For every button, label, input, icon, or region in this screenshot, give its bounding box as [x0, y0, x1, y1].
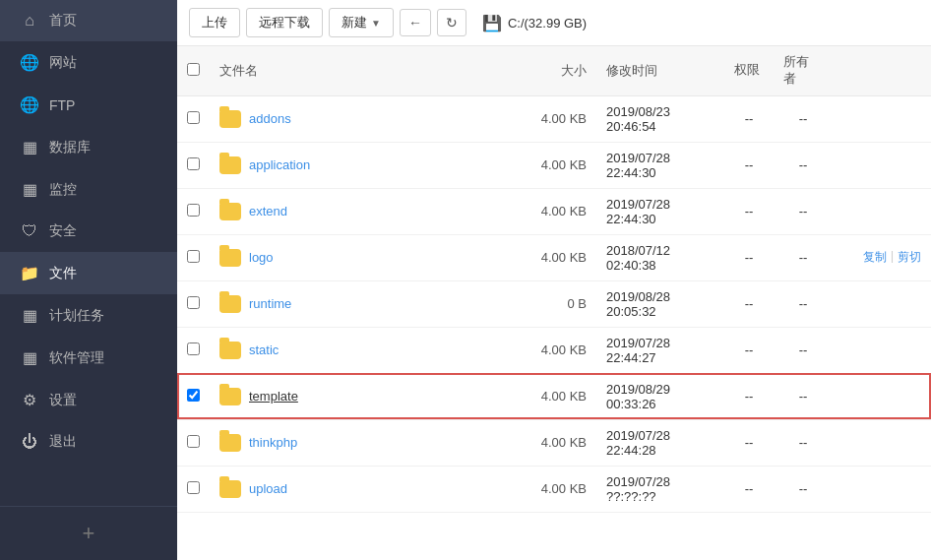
- folder-icon: [219, 342, 241, 359]
- add-button[interactable]: +: [0, 506, 177, 560]
- row-checkbox[interactable]: [187, 204, 200, 217]
- home-icon: ⌂: [20, 12, 39, 30]
- sidebar-item-label: FTP: [49, 97, 75, 113]
- sidebar-item-label: 退出: [49, 433, 77, 451]
- file-table-body: addons4.00 KB2019/08/23 20:46:54----appl…: [177, 95, 931, 512]
- file-size: 4.00 KB: [518, 234, 596, 280]
- new-button[interactable]: 新建 ▼: [329, 8, 394, 37]
- logout-icon: ⏻: [20, 433, 39, 451]
- main-content: 上传 远程下载 新建 ▼ ← ↻ 💾 C:/(32.99 GB) 文件名 大小 …: [177, 0, 931, 560]
- file-actions: [833, 280, 931, 327]
- file-name[interactable]: template: [249, 389, 298, 404]
- sidebar-item-security[interactable]: 🛡 安全: [0, 211, 177, 252]
- upload-button[interactable]: 上传: [189, 8, 240, 37]
- header-modified: 修改时间: [596, 46, 724, 95]
- refresh-button[interactable]: ↻: [437, 9, 466, 36]
- file-name[interactable]: upload: [249, 481, 287, 496]
- file-modified: 2019/08/29 00:33:26: [596, 373, 724, 419]
- database-icon: ▦: [20, 138, 39, 156]
- file-name[interactable]: addons: [249, 111, 291, 126]
- globe-icon: 🌐: [20, 53, 39, 72]
- file-name[interactable]: runtime: [249, 296, 291, 311]
- sidebar-item-database[interactable]: ▦ 数据库: [0, 126, 177, 168]
- sidebar-item-settings[interactable]: ⚙ 设置: [0, 379, 177, 421]
- file-name[interactable]: extend: [249, 204, 287, 218]
- file-owner: --: [774, 373, 833, 419]
- row-checkbox[interactable]: [187, 435, 200, 448]
- action-link-剪切[interactable]: 剪切: [898, 249, 921, 266]
- toolbar: 上传 远程下载 新建 ▼ ← ↻ 💾 C:/(32.99 GB): [177, 0, 931, 46]
- sidebar-item-website[interactable]: 🌐 网站: [0, 41, 177, 84]
- table-header-row: 文件名 大小 修改时间 权限 所有者: [177, 46, 931, 95]
- file-actions: [833, 95, 931, 142]
- file-modified: 2019/07/28 22:44:30: [596, 142, 724, 188]
- action-link-复制[interactable]: 复制: [863, 249, 887, 266]
- folder-icon-nav: 📁: [20, 264, 39, 282]
- file-name[interactable]: static: [249, 342, 279, 357]
- file-permissions: --: [724, 95, 774, 142]
- file-modified: 2019/07/28 22:44:30: [596, 188, 724, 234]
- row-checkbox[interactable]: [187, 157, 200, 170]
- software-icon: ▦: [20, 348, 39, 367]
- file-name[interactable]: application: [249, 157, 310, 172]
- sidebar-item-monitor[interactable]: ▦ 监控: [0, 168, 177, 211]
- table-row: logo4.00 KB2018/07/12 02:40:38----复制|剪切: [177, 234, 931, 280]
- header-checkbox-col: [177, 46, 210, 95]
- file-permissions: --: [724, 327, 774, 373]
- table-row: upload4.00 KB2019/07/28 ??:??:??----: [177, 466, 931, 512]
- file-actions: [833, 419, 931, 466]
- sidebar-item-cron[interactable]: ▦ 计划任务: [0, 294, 177, 337]
- file-owner: --: [774, 419, 833, 466]
- drive-info: 💾 C:/(32.99 GB): [482, 14, 587, 32]
- sidebar-item-label: 计划任务: [49, 307, 104, 325]
- file-permissions: --: [724, 419, 774, 466]
- row-checkbox[interactable]: [187, 250, 200, 263]
- file-actions: [833, 142, 931, 188]
- sidebar-item-label: 安全: [49, 222, 77, 240]
- remote-download-button[interactable]: 远程下载: [246, 8, 323, 37]
- row-checkbox[interactable]: [187, 296, 200, 309]
- select-all-checkbox[interactable]: [187, 63, 200, 76]
- file-modified: 2019/08/28 20:05:32: [596, 280, 724, 327]
- row-checkbox[interactable]: [187, 389, 200, 402]
- row-checkbox[interactable]: [187, 342, 200, 355]
- file-actions: [833, 373, 931, 419]
- sidebar-item-home[interactable]: ⌂ 首页: [0, 0, 177, 41]
- file-permissions: --: [724, 280, 774, 327]
- file-permissions: --: [724, 466, 774, 512]
- table-row: application4.00 KB2019/07/28 22:44:30---…: [177, 142, 931, 188]
- row-checkbox[interactable]: [187, 481, 200, 494]
- file-modified: 2019/08/23 20:46:54: [596, 95, 724, 142]
- file-actions: [833, 466, 931, 512]
- ftp-icon: 🌐: [20, 95, 39, 114]
- row-checkbox[interactable]: [187, 111, 200, 124]
- sidebar-item-label: 监控: [49, 181, 77, 199]
- table-row: thinkphp4.00 KB2019/07/28 22:44:28----: [177, 419, 931, 466]
- file-name[interactable]: thinkphp: [249, 435, 297, 450]
- drive-icon: 💾: [482, 14, 502, 32]
- sidebar: ⌂ 首页 🌐 网站 🌐 FTP ▦ 数据库 ▦ 监控 🛡 安全 📁 文件 ▦ 计…: [0, 0, 177, 560]
- file-permissions: --: [724, 142, 774, 188]
- file-name[interactable]: logo: [249, 250, 274, 265]
- file-permissions: --: [724, 188, 774, 234]
- file-modified: 2019/07/28 22:44:28: [596, 419, 724, 466]
- sidebar-item-label: 设置: [49, 392, 77, 409]
- file-owner: --: [774, 327, 833, 373]
- file-actions: 复制|剪切: [833, 234, 931, 280]
- chevron-down-icon: ▼: [371, 18, 381, 29]
- plus-icon: +: [83, 521, 95, 546]
- back-button[interactable]: ←: [400, 9, 431, 36]
- shield-icon: 🛡: [20, 222, 39, 240]
- sidebar-item-ftp[interactable]: 🌐 FTP: [0, 84, 177, 126]
- header-name: 文件名: [210, 46, 518, 95]
- sidebar-item-software[interactable]: ▦ 软件管理: [0, 337, 177, 379]
- file-actions: [833, 327, 931, 373]
- gear-icon: ⚙: [20, 391, 39, 409]
- header-owner: 所有者: [774, 46, 833, 95]
- folder-icon: [219, 203, 241, 220]
- file-modified: 2019/07/28 22:44:27: [596, 327, 724, 373]
- file-modified: 2018/07/12 02:40:38: [596, 234, 724, 280]
- file-owner: --: [774, 142, 833, 188]
- sidebar-item-logout[interactable]: ⏻ 退出: [0, 421, 177, 463]
- sidebar-item-files[interactable]: 📁 文件: [0, 252, 177, 294]
